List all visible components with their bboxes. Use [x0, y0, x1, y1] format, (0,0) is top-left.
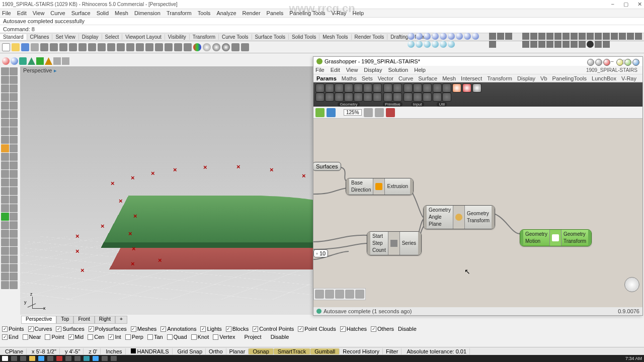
app-icon[interactable]	[93, 356, 99, 361]
menu-dimension[interactable]: Dimension	[134, 10, 160, 16]
t15-icon[interactable]	[635, 33, 642, 40]
solid-torus-icon[interactable]	[448, 33, 455, 40]
gh-tab-vector[interactable]: Vector	[378, 75, 393, 81]
save-icon[interactable]	[21, 43, 29, 51]
tool-icon[interactable]	[10, 221, 18, 229]
paste-icon[interactable]	[59, 43, 67, 51]
gh-component-icon[interactable]	[413, 83, 422, 93]
gh-tab-lunchbox[interactable]: LunchBox	[592, 75, 616, 81]
menu-tools[interactable]: Tools	[198, 10, 211, 16]
gh-menu-solution[interactable]: Solution	[388, 67, 408, 73]
maximize-icon[interactable]: ▢	[623, 1, 628, 8]
t5-icon[interactable]	[554, 33, 561, 40]
osnap-vertex[interactable]: Vertex	[213, 334, 235, 340]
tool-icon[interactable]	[10, 213, 18, 221]
b8-icon[interactable]	[579, 41, 586, 48]
named-views-icon[interactable]	[136, 43, 144, 51]
b10-icon[interactable]	[595, 41, 602, 48]
solid-ellipsoid-icon[interactable]	[464, 33, 471, 40]
tool-icon[interactable]	[1, 153, 9, 161]
print-icon[interactable]	[31, 43, 39, 51]
solid-pyramid-icon[interactable]	[456, 33, 463, 40]
gh-component-icon[interactable]	[325, 93, 334, 102]
tool-icon[interactable]	[1, 221, 9, 229]
tab-select[interactable]: Select	[102, 34, 123, 40]
zoom-icon[interactable]	[98, 43, 106, 51]
tab-cplanes[interactable]: CPlanes	[27, 34, 53, 40]
status-grid-snap[interactable]: Grid Snap	[175, 348, 206, 354]
zoom-extents-icon[interactable]	[107, 43, 115, 51]
tool-icon[interactable]	[1, 264, 9, 272]
gh-component-icon[interactable]	[373, 83, 382, 93]
status-ortho[interactable]: Ortho	[206, 348, 226, 354]
t4-icon[interactable]	[546, 33, 553, 40]
status-gumball[interactable]: Gumball	[310, 348, 340, 354]
menu-paneling-tools[interactable]: Paneling Tools	[289, 10, 325, 16]
star4-icon[interactable]	[489, 41, 496, 48]
perspective-viewport[interactable]: Perspective ▸ ×× ×× ×× ×× ×× ×× ×× ×× ××…	[20, 66, 313, 315]
osnap-near[interactable]: Near	[23, 334, 41, 340]
surfaces-param[interactable]: Surfaces	[313, 162, 341, 171]
menu-analyze[interactable]: Analyze	[216, 10, 236, 16]
preview-settings-icon[interactable]	[632, 59, 639, 66]
osnap-end[interactable]: ✓End	[2, 334, 19, 340]
t6-icon[interactable]	[562, 33, 570, 40]
gh-save-icon[interactable]	[327, 108, 336, 117]
gh-component-icon[interactable]	[344, 93, 353, 102]
texture-icon[interactable]	[222, 43, 230, 51]
b2-icon[interactable]	[530, 41, 537, 48]
tool-icon[interactable]	[10, 187, 18, 195]
gh-component-icon[interactable]	[433, 93, 442, 102]
tool-icon[interactable]	[1, 84, 9, 93]
gh-component-icon[interactable]	[433, 83, 442, 93]
filter-annotations[interactable]: ✓Annotations	[160, 326, 196, 332]
preview-selected-icon[interactable]	[616, 59, 623, 66]
filter-blocks[interactable]: ✓Blocks	[226, 326, 249, 332]
b7-icon[interactable]	[571, 41, 578, 48]
t10-icon[interactable]	[595, 33, 602, 40]
tool-icon[interactable]	[1, 161, 9, 169]
tool-icon[interactable]	[10, 196, 18, 204]
gh-doc-label[interactable]: 1909_SPIRAL-STAIRS	[586, 67, 637, 73]
solid-tube-icon[interactable]	[440, 33, 447, 40]
gh-extra-icon[interactable]	[452, 83, 461, 93]
tool-icon[interactable]	[1, 119, 9, 127]
preview-meshes-icon[interactable]	[624, 59, 631, 66]
gh-cluster-icon[interactable]	[345, 290, 354, 299]
selection-filter-icon[interactable]	[155, 43, 163, 51]
edge-icon[interactable]	[38, 356, 44, 361]
status-osnap[interactable]: Osnap	[249, 348, 273, 354]
solid-d-icon[interactable]	[432, 41, 439, 48]
b4-icon[interactable]	[546, 41, 553, 48]
tool-icon[interactable]	[10, 67, 18, 75]
rotate-view-icon[interactable]	[126, 43, 134, 51]
tool-icon[interactable]	[1, 67, 9, 75]
solid-cyl-icon[interactable]	[432, 33, 439, 40]
tool-icon[interactable]	[10, 238, 18, 246]
gh-component-icon[interactable]	[325, 83, 334, 93]
b5-icon[interactable]	[554, 41, 561, 48]
extrusion-node[interactable]: Base Direction Extrusion	[346, 178, 414, 195]
t8-icon[interactable]	[579, 33, 586, 40]
tool-icon[interactable]	[10, 273, 18, 281]
tab-transform[interactable]: Transform	[190, 34, 219, 40]
gh-extra-icon[interactable]	[472, 83, 481, 93]
tool-icon[interactable]	[1, 247, 9, 255]
help-icon[interactable]	[241, 43, 249, 51]
t2-icon[interactable]	[530, 33, 537, 40]
tool-icon[interactable]	[1, 110, 9, 118]
start-icon[interactable]	[2, 356, 8, 361]
gh-component-icon[interactable]	[315, 83, 325, 93]
tool-icon[interactable]	[1, 127, 9, 135]
tab-viewport-layout[interactable]: Viewport Layout	[122, 34, 165, 40]
preview-wire-icon[interactable]	[595, 59, 602, 66]
vray-green-icon[interactable]	[19, 57, 27, 65]
cplane-icon[interactable]	[165, 43, 173, 51]
menu-surface[interactable]: Surface	[71, 10, 91, 16]
gh-component-icon[interactable]	[404, 83, 413, 93]
osnap-cen[interactable]: Cen	[88, 334, 104, 340]
solid-b-icon[interactable]	[416, 41, 423, 48]
osnap-knot[interactable]: Knot	[191, 334, 209, 340]
menu-file[interactable]: File	[2, 10, 11, 16]
zoom-select[interactable]: 125%	[344, 109, 362, 116]
